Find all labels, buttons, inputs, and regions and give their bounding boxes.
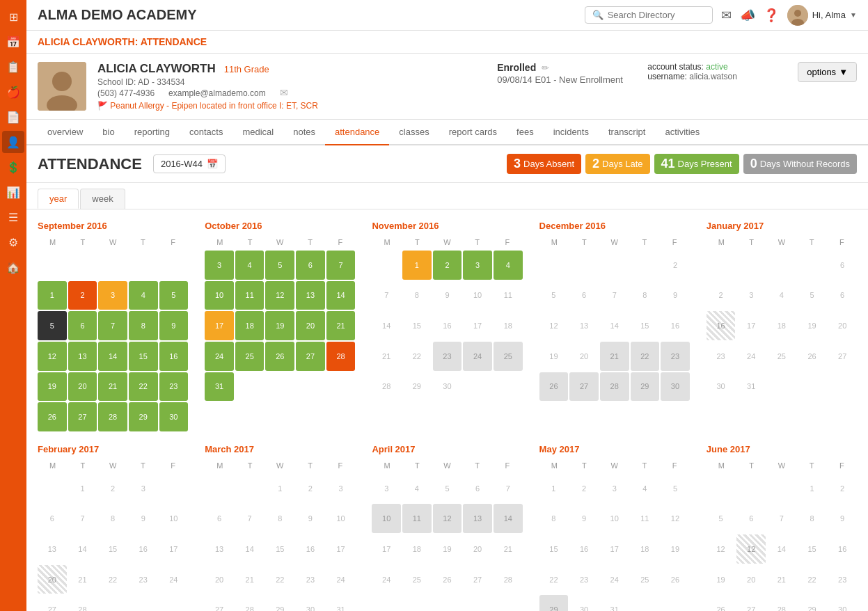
search-box[interactable]: 🔍 <box>585 6 713 24</box>
calendar-icon: 📅 <box>207 159 218 169</box>
tab-classes[interactable]: classes <box>389 120 439 145</box>
week-picker[interactable]: 2016-W44 📅 <box>153 154 226 173</box>
tab-incidents[interactable]: incidents <box>544 120 599 145</box>
enrollment-section: Enrolled ✏ 09/08/14 E01 - New Enrollment <box>497 62 636 85</box>
breadcrumb: ALICIA CLAYWORTH: ATTENDANCE <box>38 36 857 47</box>
student-email: example@almademo.com <box>168 88 266 98</box>
view-tab-year[interactable]: year <box>38 189 79 209</box>
student-info: ALICIA CLAYWORTH 11th Grade School ID: A… <box>97 62 486 111</box>
student-school-id: School ID: AD - 334534 <box>97 77 486 87</box>
student-panel: ALICIA CLAYWORTH 11th Grade School ID: A… <box>26 54 868 120</box>
month-december-2016: December 2016 MTWTF 2 56789 1213141516 1… <box>539 221 690 433</box>
tab-bio[interactable]: bio <box>93 120 124 145</box>
month-march-2017: March 2017 MTWTF 123 678910 1314151617 2… <box>205 444 355 611</box>
tab-notes[interactable]: notes <box>283 120 325 145</box>
month-october-2016: October 2016 MTWTF 34567 1011121314 1718… <box>205 221 355 433</box>
content-area: ALICIA CLAYWORTH: ATTENDANCE ALICIA CLAY… <box>26 31 868 611</box>
search-input[interactable] <box>608 10 705 20</box>
tab-reporting[interactable]: reporting <box>125 120 180 145</box>
tab-activities[interactable]: activities <box>655 120 709 145</box>
attendance-title: ATTENDANCE <box>38 155 142 173</box>
sidebar-reports-icon[interactable]: 📋 <box>2 56 24 78</box>
top-header: ALMA DEMO ACADEMY 🔍 ✉ 📣 ❓ Hi, Alma ▼ <box>26 0 868 31</box>
attendance-section-header: ATTENDANCE 2016-W44 📅 3 Days Absent 2 Da… <box>26 145 868 183</box>
sidebar-money-icon[interactable]: 💲 <box>2 156 24 178</box>
tab-report-cards[interactable]: report cards <box>439 120 507 145</box>
help-icon[interactable]: ❓ <box>764 8 779 23</box>
sidebar-settings-icon[interactable]: ⚙ <box>2 231 24 253</box>
sidebar-grades-icon[interactable]: 🍎 <box>2 81 24 103</box>
account-section: account status: active username: alicia.… <box>647 62 787 81</box>
days-present-badge: 41 Days Present <box>654 154 739 174</box>
main-content: ALMA DEMO ACADEMY 🔍 ✉ 📣 ❓ Hi, Alma ▼ <box>26 0 868 611</box>
tab-medical[interactable]: medical <box>232 120 283 145</box>
tab-overview[interactable]: overview <box>38 120 93 145</box>
tab-contacts[interactable]: contacts <box>180 120 232 145</box>
view-tabs: year week <box>26 183 868 209</box>
calendar-container: September 2016 MTWTF 12345 56789 <box>26 209 868 611</box>
sidebar-list-icon[interactable]: ☰ <box>2 206 24 228</box>
username-value: alicia.watson <box>689 72 737 81</box>
avatar <box>787 5 808 26</box>
sidebar: ⊞ 📅 📋 🍎 📄 👤 💲 📊 ☰ ⚙ 🏠 <box>0 0 26 611</box>
allergy-note: 🚩 Peanut Allergy - Epipen located in fro… <box>97 101 486 111</box>
student-avatar <box>38 62 86 111</box>
days-late-badge: 2 Days Late <box>585 154 650 174</box>
school-name: ALMA DEMO ACADEMY <box>38 7 585 23</box>
email-icon[interactable]: ✉ <box>280 87 288 98</box>
days-absent-badge: 3 Days Absent <box>507 154 581 174</box>
stats-badges: 3 Days Absent 2 Days Late 41 Days Presen… <box>507 154 857 174</box>
svg-point-1 <box>794 10 801 17</box>
tab-fees[interactable]: fees <box>507 120 544 145</box>
sidebar-house-icon[interactable]: 🏠 <box>2 256 24 278</box>
dropdown-icon: ▼ <box>839 67 848 77</box>
sidebar-analytics-icon[interactable]: 📊 <box>2 181 24 203</box>
calendars-row-1: September 2016 MTWTF 12345 56789 <box>38 221 857 433</box>
edit-icon[interactable]: ✏ <box>542 63 549 73</box>
month-june-2017: June 2017 MTWTF 12 56789 1212141516 1920… <box>707 444 857 611</box>
tab-transcript[interactable]: transcript <box>599 120 655 145</box>
sidebar-doc-icon[interactable]: 📄 <box>2 106 24 128</box>
student-phone: (503) 477-4936 <box>97 88 155 98</box>
student-grade: 11th Grade <box>224 64 269 74</box>
month-september-2016: September 2016 MTWTF 12345 56789 <box>38 221 188 433</box>
month-january-2017: January 2017 MTWTF 6 23456 1617181920 23… <box>707 221 857 433</box>
enrollment-date: 09/08/14 E01 - New Enrollment <box>497 74 636 85</box>
svg-point-4 <box>52 72 72 91</box>
user-menu[interactable]: Hi, Alma ▼ <box>787 5 857 26</box>
header-right: 🔍 ✉ 📣 ❓ Hi, Alma ▼ <box>585 5 857 26</box>
tab-navigation: overview bio reporting contacts medical … <box>26 120 868 145</box>
sidebar-user-icon[interactable]: 👤 <box>2 131 24 153</box>
sub-header: ALICIA CLAYWORTH: ATTENDANCE <box>26 31 868 54</box>
enrollment-title: Enrolled <box>497 62 536 73</box>
sidebar-calendar-icon[interactable]: 📅 <box>2 31 24 53</box>
month-february-2017: February 2017 MTWTF 123 678910 131415161… <box>38 444 188 611</box>
search-icon: 🔍 <box>592 10 603 20</box>
month-november-2016: November 2016 MTWTF 1234 7891011 1415161… <box>372 221 522 433</box>
sidebar-home-icon[interactable]: ⊞ <box>2 6 24 28</box>
tab-attendance[interactable]: attendance <box>325 120 389 145</box>
chevron-down-icon: ▼ <box>850 11 857 19</box>
days-no-record-badge: 0 Days Without Records <box>743 154 857 174</box>
student-name: ALICIA CLAYWORTH <box>97 62 216 76</box>
megaphone-icon[interactable]: 📣 <box>740 8 755 23</box>
month-may-2017: May 2017 MTWTF 12345 89101112 1516171819 <box>539 444 690 611</box>
mail-icon[interactable]: ✉ <box>721 8 732 23</box>
options-button[interactable]: options ▼ <box>798 62 857 82</box>
month-april-2017: April 2017 MTWTF 34567 1011121314 171819… <box>372 444 522 611</box>
hi-label: Hi, Alma <box>812 10 846 20</box>
calendars-row-2: February 2017 MTWTF 123 678910 131415161… <box>38 444 857 611</box>
account-status-value: active <box>706 62 727 72</box>
view-tab-week[interactable]: week <box>80 189 125 209</box>
